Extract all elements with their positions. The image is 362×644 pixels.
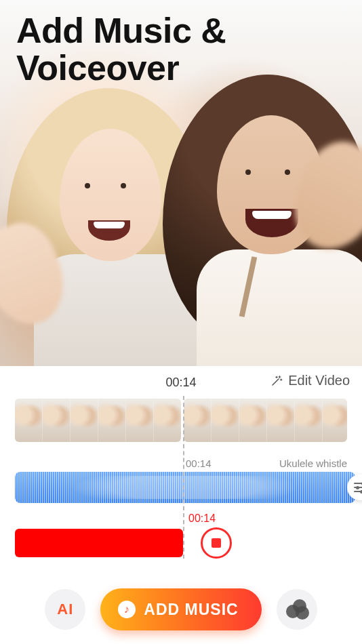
music-track-meta: 00:14 Ukulele whistle [15,456,347,469]
color-filters-icon [286,599,308,620]
voiceover-time: 00:14 [188,512,216,525]
ai-label: AI [57,601,73,618]
ai-button[interactable]: AI [45,589,85,630]
editor-panel: 00:14 Edit Video 00:14 Ukulele whistle [0,366,362,644]
music-start-time: 00:14 [186,458,212,469]
music-track[interactable] [15,472,355,503]
video-timeline[interactable] [15,399,347,442]
add-music-label: ADD MUSIC [144,601,238,619]
magic-wand-icon [270,375,283,387]
sliders-icon [354,483,362,492]
hero-title-line1: Add Music & [16,11,226,50]
playhead-line[interactable] [183,396,184,559]
video-clip-1[interactable] [15,399,181,442]
edit-video-button[interactable]: Edit Video [270,373,350,388]
voiceover-track[interactable] [15,529,183,557]
edit-video-label: Edit Video [288,373,350,388]
video-clip-2[interactable] [184,399,347,442]
add-music-button[interactable]: ♪ ADD MUSIC [100,588,261,630]
music-note-icon: ♪ [118,601,136,618]
music-track-name: Ukulele whistle [279,458,347,469]
filters-button[interactable] [277,589,317,630]
record-stop-button[interactable] [201,527,232,559]
hero-title-line2: Voiceover [16,48,179,87]
video-preview[interactable]: Add Music & Voiceover [0,0,362,366]
hero-title: Add Music & Voiceover [16,12,226,86]
record-stop-icon [212,538,221,548]
bottom-toolbar: AI ♪ ADD MUSIC [0,587,362,632]
